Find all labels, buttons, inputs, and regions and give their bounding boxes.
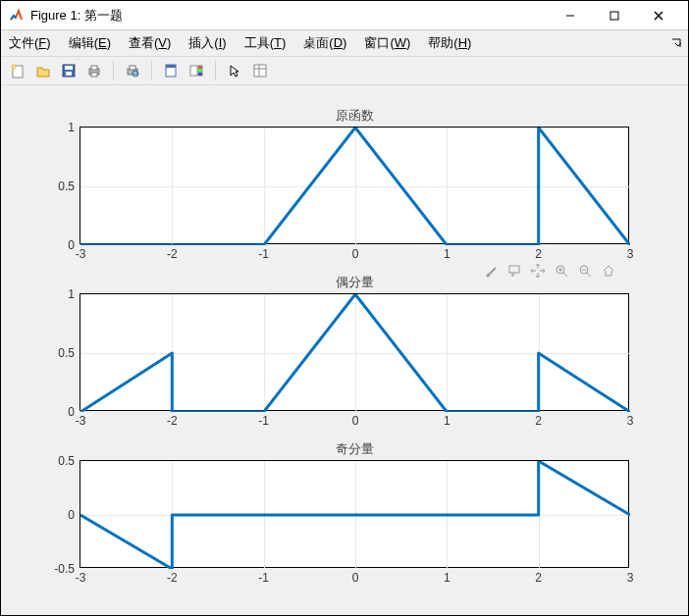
titlebar: Figure 1: 第一题: [1, 1, 688, 30]
ytick-label: 0: [68, 508, 75, 522]
xtick-label: -2: [167, 414, 178, 428]
subplot-2[interactable]: 偶分量-3-2-1012300.51: [80, 293, 629, 411]
svg-rect-21: [198, 73, 202, 76]
menu-tools[interactable]: 工具(T): [244, 34, 287, 52]
axes-box: -3-2-1012300.51: [80, 293, 629, 411]
toolbar-separator: [151, 61, 152, 80]
toolbar-separator: [215, 61, 216, 80]
menu-insert[interactable]: 插入(I): [188, 34, 226, 52]
subplot-3[interactable]: 奇分量-3-2-10123-0.500.5: [80, 460, 629, 568]
xtick-label: -1: [258, 414, 269, 428]
menu-help[interactable]: 帮助(H): [428, 34, 471, 52]
axes-box: -3-2-1012300.51: [80, 127, 629, 244]
link-button[interactable]: [160, 60, 182, 81]
matlab-icon: [9, 8, 25, 24]
xtick-label: 0: [352, 247, 359, 261]
xtick-label: -2: [167, 571, 178, 585]
xtick-label: -1: [258, 247, 269, 261]
xtick-label: -3: [76, 414, 86, 428]
toolbar: [1, 56, 688, 85]
xtick-label: 3: [627, 247, 634, 261]
svg-rect-17: [166, 65, 176, 68]
svg-rect-12: [91, 73, 97, 77]
xtick-label: -3: [76, 247, 86, 261]
minimize-button[interactable]: [548, 2, 592, 29]
ytick-label: 1: [68, 287, 75, 301]
svg-rect-26: [509, 266, 519, 273]
cursor-button[interactable]: [224, 60, 245, 81]
window-buttons: [548, 2, 680, 29]
save-button[interactable]: [58, 60, 80, 81]
xtick-label: 0: [352, 571, 359, 585]
axes-title: 原函数: [80, 107, 629, 125]
menu-view[interactable]: 查看(V): [129, 34, 171, 52]
open-button[interactable]: [32, 60, 54, 81]
svg-rect-8: [65, 66, 73, 70]
subplot-1[interactable]: 原函数-3-2-1012300.51: [80, 127, 629, 244]
ytick-label: 0: [68, 405, 75, 419]
window-title: Figure 1: 第一题: [30, 7, 548, 25]
ytick-label: 0.5: [58, 454, 75, 468]
xtick-label: 3: [627, 414, 634, 428]
menubar: 文件(F) 编辑(E) 查看(V) 插入(I) 工具(T) 桌面(D) 窗口(W…: [1, 30, 688, 56]
ytick-label: 0.5: [58, 346, 75, 360]
ytick-label: 0: [68, 238, 75, 252]
menu-window[interactable]: 窗口(W): [364, 34, 410, 52]
menu-desktop[interactable]: 桌面(D): [303, 34, 346, 52]
print-preview-button[interactable]: [122, 60, 143, 81]
menu-overflow-icon[interactable]: [670, 36, 682, 51]
xtick-label: -1: [258, 571, 269, 585]
menu-edit[interactable]: 编辑(E): [69, 34, 111, 52]
close-button[interactable]: [636, 2, 680, 29]
figure-window: Figure 1: 第一题 文件(F) 编辑(E) 查看(V) 插入(I) 工具…: [0, 0, 689, 616]
toolbar-separator: [113, 61, 114, 80]
properties-button[interactable]: [249, 60, 271, 81]
print-button[interactable]: [83, 60, 105, 81]
svg-rect-20: [198, 69, 202, 73]
ytick-label: 1: [68, 121, 75, 134]
svg-rect-9: [66, 72, 72, 76]
svg-point-6: [12, 65, 16, 69]
xtick-label: 1: [444, 571, 450, 585]
line-series: [80, 128, 630, 245]
xtick-label: 2: [535, 571, 542, 585]
ytick-label: 0.5: [58, 180, 75, 193]
xtick-label: 3: [627, 571, 634, 585]
colorbar-button[interactable]: [186, 60, 207, 81]
xtick-label: 0: [352, 414, 359, 428]
axes-title: 偶分量: [80, 274, 629, 291]
line-series: [80, 294, 630, 412]
xtick-label: 2: [535, 247, 542, 261]
xtick-label: 1: [444, 414, 450, 428]
menu-file[interactable]: 文件(F): [9, 34, 51, 52]
svg-rect-14: [130, 66, 135, 70]
axes-box: -3-2-10123-0.500.5: [80, 460, 629, 568]
xtick-label: -2: [167, 247, 178, 261]
maximize-button[interactable]: [592, 2, 636, 29]
svg-rect-11: [91, 66, 97, 70]
figure-canvas: 原函数-3-2-1012300.51偶分量-3-2-1012300.51奇分量-…: [1, 87, 688, 615]
svg-rect-22: [254, 65, 266, 77]
axes-title: 奇分量: [80, 440, 629, 458]
xtick-label: 2: [535, 414, 542, 428]
svg-rect-1: [610, 12, 618, 20]
ytick-label: -0.5: [54, 562, 75, 576]
svg-rect-18: [190, 66, 197, 76]
line-series: [80, 461, 630, 569]
xtick-label: 1: [444, 247, 450, 261]
new-figure-button[interactable]: [7, 60, 28, 81]
xtick-label: -3: [76, 571, 86, 585]
